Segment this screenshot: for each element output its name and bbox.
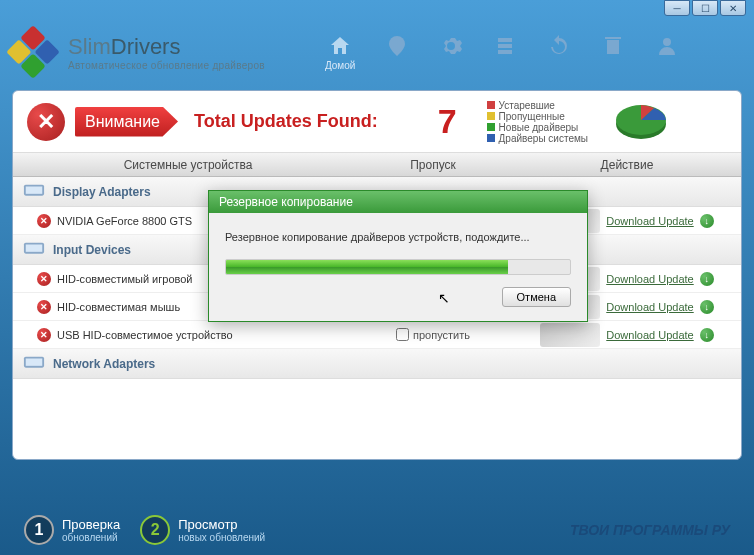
alert-count: 7	[438, 102, 457, 141]
device-name: HID-совместимая мышь	[57, 301, 180, 313]
category-name: Input Devices	[53, 243, 131, 257]
category-name: Network Adapters	[53, 357, 155, 371]
scan-icon	[385, 34, 409, 58]
skip-checkbox[interactable]	[396, 328, 409, 341]
step-1-title: Проверка	[62, 517, 120, 532]
pie-chart	[614, 102, 669, 142]
watermark: ТВОИ ПРОГРАММЫ РУ	[570, 522, 730, 538]
maximize-button[interactable]: ☐	[692, 0, 718, 16]
device-name: USB HID-совместимое устройство	[57, 329, 233, 341]
logo: SlimDrivers Автоматическое обновление др…	[14, 33, 265, 71]
dialog-message: Резервное копирование драйверов устройст…	[225, 231, 571, 243]
gear-icon	[439, 34, 463, 58]
step-2-sub: новых обновлений	[178, 532, 265, 543]
category-icon	[23, 355, 45, 373]
outdated-icon: ✕	[37, 328, 51, 342]
table-header: Системные устройства Пропуск Действие	[13, 153, 741, 177]
alert-title: Total Updates Found:	[194, 111, 378, 132]
progress-bar	[225, 259, 571, 275]
device-name: NVIDIA GeForce 8800 GTS	[57, 215, 192, 227]
step-2-title: Просмотр	[178, 517, 265, 532]
header: SlimDrivers Автоматическое обновление др…	[0, 18, 754, 78]
category-row[interactable]: Network Adapters	[13, 349, 741, 379]
col-action: Действие	[513, 158, 741, 172]
device-name: HID-совместимый игровой	[57, 273, 192, 285]
col-skip: Пропуск	[353, 158, 513, 172]
device-preview	[540, 323, 600, 347]
alert-icon: ✕	[27, 103, 65, 141]
alert-badge: Внимание	[75, 107, 178, 137]
footer: 1 Проверка обновлений 2 Просмотр новых о…	[24, 515, 730, 545]
brand-title: SlimDrivers	[68, 34, 265, 60]
legend-missed: Пропущенные	[499, 111, 565, 122]
step-1: 1 Проверка обновлений	[24, 515, 120, 545]
category-icon	[23, 183, 45, 201]
restore-icon	[547, 34, 571, 58]
nav-settings[interactable]	[439, 34, 463, 60]
close-button[interactable]: ✕	[720, 0, 746, 16]
legend-new: Новые драйверы	[499, 122, 579, 133]
nav-scan[interactable]	[385, 34, 409, 60]
backup-dialog: Резервное копирование Резервное копирова…	[208, 190, 588, 322]
step-1-sub: обновлений	[62, 532, 120, 543]
legend-outdated: Устаревшие	[499, 100, 555, 111]
svg-rect-7	[26, 358, 43, 365]
category-name: Display Adapters	[53, 185, 151, 199]
download-link[interactable]: Download Update	[606, 301, 693, 313]
svg-rect-3	[26, 186, 43, 193]
col-device: Системные устройства	[13, 158, 353, 172]
brand-subtitle: Автоматическое обновление драйверов	[68, 60, 265, 71]
alert-bar: ✕ Внимание Total Updates Found: 7 Устаре…	[13, 91, 741, 153]
nav-home-label: Домой	[325, 60, 355, 71]
cancel-button[interactable]: Отмена	[502, 287, 571, 307]
outdated-icon: ✕	[37, 214, 51, 228]
download-link[interactable]: Download Update	[606, 273, 693, 285]
step-2-number: 2	[140, 515, 170, 545]
legend-system: Драйверы системы	[499, 133, 588, 144]
category-icon	[23, 241, 45, 259]
step-1-number: 1	[24, 515, 54, 545]
uninstall-icon	[601, 34, 625, 58]
svg-rect-5	[26, 244, 43, 251]
device-row: ✕USB HID-совместимое устройство пропусти…	[13, 321, 741, 349]
nav-account[interactable]	[655, 34, 679, 60]
outdated-icon: ✕	[37, 300, 51, 314]
download-icon: ↓	[700, 328, 714, 342]
outdated-icon: ✕	[37, 272, 51, 286]
skip-label: пропустить	[413, 329, 470, 341]
nav-uninstall[interactable]	[601, 34, 625, 60]
step-2: 2 Просмотр новых обновлений	[140, 515, 265, 545]
backup-icon	[493, 34, 517, 58]
nav-backup[interactable]	[493, 34, 517, 60]
download-icon: ↓	[700, 300, 714, 314]
dialog-title: Резервное копирование	[209, 191, 587, 213]
download-link[interactable]: Download Update	[606, 215, 693, 227]
minimize-button[interactable]: ─	[664, 0, 690, 16]
download-icon: ↓	[700, 214, 714, 228]
home-icon	[328, 34, 352, 58]
download-icon: ↓	[700, 272, 714, 286]
download-link[interactable]: Download Update	[606, 329, 693, 341]
user-icon	[655, 34, 679, 58]
nav-home[interactable]: Домой	[325, 34, 355, 71]
nav-restore[interactable]	[547, 34, 571, 60]
legend: Устаревшие Пропущенные Новые драйверы Др…	[487, 100, 588, 144]
